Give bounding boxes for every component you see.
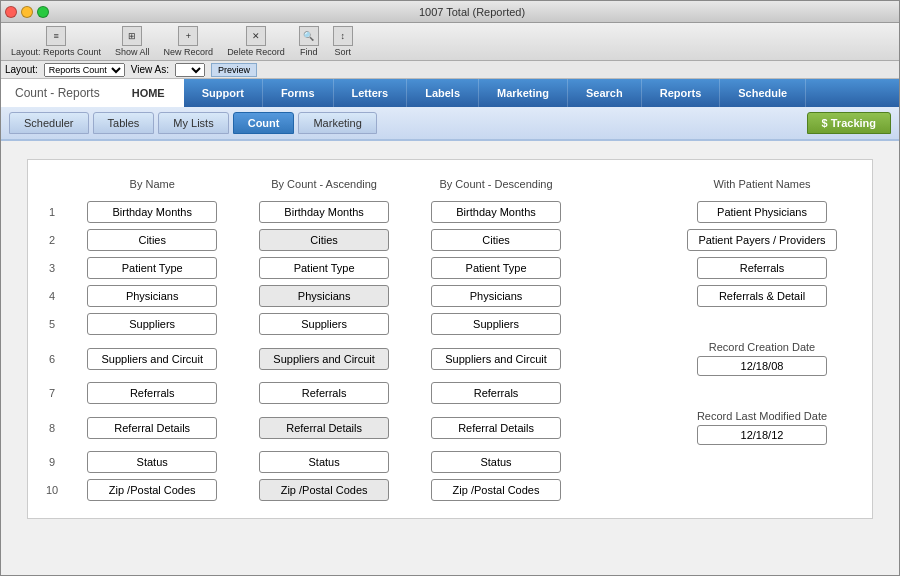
subtab-tables[interactable]: Tables	[93, 112, 155, 134]
cell-right: Record Last Modified Date12/18/12	[662, 407, 862, 448]
table-row: 2CitiesCitiesCitiesPatient Payers / Prov…	[38, 226, 862, 254]
cell-by-name: Status	[66, 448, 238, 476]
tab-reports[interactable]: Reports	[642, 79, 721, 107]
table-row: 1Birthday MonthsBirthday MonthsBirthday …	[38, 198, 862, 226]
spacer-col	[582, 448, 662, 476]
sort-btn[interactable]: ↕ Sort	[329, 24, 357, 59]
btn-by-name[interactable]: Cities	[87, 229, 217, 251]
btn-by-desc[interactable]: Birthday Months	[431, 201, 561, 223]
tab-forms[interactable]: Forms	[263, 79, 334, 107]
cell-by-name: Referrals	[66, 379, 238, 407]
btn-by-asc[interactable]: Physicians	[259, 285, 389, 307]
toolbar: ≡ Layout: Reports Count ⊞ Show All + New…	[1, 23, 899, 61]
btn-by-name[interactable]: Suppliers	[87, 313, 217, 335]
cell-by-asc: Zip /Postal Codes	[238, 476, 410, 504]
btn-referrals-detail[interactable]: Referrals & Detail	[697, 285, 827, 307]
cell-by-desc: Zip /Postal Codes	[410, 476, 582, 504]
close-btn[interactable]	[5, 6, 17, 18]
table-row: 5SuppliersSuppliersSuppliers	[38, 310, 862, 338]
minimize-btn[interactable]	[21, 6, 33, 18]
btn-by-desc[interactable]: Referral Details	[431, 417, 561, 439]
tab-schedule[interactable]: Schedule	[720, 79, 806, 107]
btn-referrals[interactable]: Referrals	[697, 257, 827, 279]
subtab-marketing[interactable]: Marketing	[298, 112, 376, 134]
btn-by-desc[interactable]: Suppliers and Circuit	[431, 348, 561, 370]
cell-by-asc: Suppliers	[238, 310, 410, 338]
btn-by-asc[interactable]: Status	[259, 451, 389, 473]
btn-by-desc[interactable]: Zip /Postal Codes	[431, 479, 561, 501]
btn-by-asc[interactable]: Suppliers and Circuit	[259, 348, 389, 370]
row-number: 10	[38, 476, 66, 504]
view-as-select[interactable]	[175, 63, 205, 77]
btn-by-name[interactable]: Referral Details	[87, 417, 217, 439]
cell-by-desc: Status	[410, 448, 582, 476]
tab-labels[interactable]: Labels	[407, 79, 479, 107]
btn-by-desc[interactable]: Physicians	[431, 285, 561, 307]
spacer-col	[582, 476, 662, 504]
tracking-btn[interactable]: $ Tracking	[807, 112, 891, 134]
btn-by-name[interactable]: Suppliers and Circuit	[87, 348, 217, 370]
subtab-mylists[interactable]: My Lists	[158, 112, 228, 134]
btn-by-asc[interactable]: Zip /Postal Codes	[259, 479, 389, 501]
cell-right	[662, 310, 862, 338]
table-row: 8Referral DetailsReferral DetailsReferra…	[38, 407, 862, 448]
find-icon: 🔍	[299, 26, 319, 46]
subtab-scheduler[interactable]: Scheduler	[9, 112, 89, 134]
table-row: 6Suppliers and CircuitSuppliers and Circ…	[38, 338, 862, 379]
tab-marketing[interactable]: Marketing	[479, 79, 568, 107]
btn-patient-physicians[interactable]: Patient Physicians	[697, 201, 827, 223]
btn-by-name[interactable]: Patient Type	[87, 257, 217, 279]
btn-by-asc[interactable]: Referral Details	[259, 417, 389, 439]
delete-record-btn[interactable]: ✕ Delete Record	[223, 24, 289, 59]
preview-btn[interactable]: Preview	[211, 63, 257, 77]
record-modified-section: Record Last Modified Date12/18/12	[670, 410, 854, 445]
layout-label: Layout:	[5, 64, 38, 75]
show-all-label: Show All	[115, 47, 150, 57]
records-label: Layout: Reports Count	[11, 47, 101, 57]
subtab-count[interactable]: Count	[233, 112, 295, 134]
view-bar: Layout: Reports Count View As: Preview	[1, 61, 899, 79]
btn-by-asc[interactable]: Birthday Months	[259, 201, 389, 223]
maximize-btn[interactable]	[37, 6, 49, 18]
tab-search[interactable]: Search	[568, 79, 642, 107]
btn-by-asc[interactable]: Cities	[259, 229, 389, 251]
btn-by-desc[interactable]: Suppliers	[431, 313, 561, 335]
cell-by-asc: Physicians	[238, 282, 410, 310]
layout-select[interactable]: Reports Count	[44, 63, 125, 77]
btn-by-name[interactable]: Physicians	[87, 285, 217, 307]
btn-by-desc[interactable]: Cities	[431, 229, 561, 251]
btn-by-name[interactable]: Zip /Postal Codes	[87, 479, 217, 501]
btn-by-asc[interactable]: Suppliers	[259, 313, 389, 335]
btn-by-desc[interactable]: Patient Type	[431, 257, 561, 279]
btn-by-asc[interactable]: Patient Type	[259, 257, 389, 279]
btn-patient-payers[interactable]: Patient Payers / Providers	[687, 229, 836, 251]
btn-by-name[interactable]: Status	[87, 451, 217, 473]
btn-by-desc[interactable]: Referrals	[431, 382, 561, 404]
cell-by-name: Suppliers and Circuit	[66, 338, 238, 379]
find-btn[interactable]: 🔍 Find	[295, 24, 323, 59]
new-record-btn[interactable]: + New Record	[160, 24, 218, 59]
row-number: 6	[38, 338, 66, 379]
table-row: 3Patient TypePatient TypePatient TypeRef…	[38, 254, 862, 282]
show-all-btn[interactable]: ⊞ Show All	[111, 24, 154, 59]
btn-by-name[interactable]: Birthday Months	[87, 201, 217, 223]
cell-by-asc: Referrals	[238, 379, 410, 407]
cell-right	[662, 448, 862, 476]
btn-by-name[interactable]: Referrals	[87, 382, 217, 404]
table-row: 7ReferralsReferralsReferrals	[38, 379, 862, 407]
records-btn[interactable]: ≡ Layout: Reports Count	[7, 24, 105, 59]
btn-by-asc[interactable]: Referrals	[259, 382, 389, 404]
tab-support[interactable]: Support	[184, 79, 263, 107]
row-number: 5	[38, 310, 66, 338]
tab-home[interactable]: HOME	[114, 79, 184, 107]
title-bar-text: 1007 Total (Reported)	[49, 6, 895, 18]
cell-right: Record Creation Date12/18/08	[662, 338, 862, 379]
sort-icon: ↕	[333, 26, 353, 46]
sub-tabs-bar: Scheduler Tables My Lists Count Marketin…	[1, 107, 899, 141]
tab-letters[interactable]: Letters	[334, 79, 408, 107]
cell-by-desc: Patient Type	[410, 254, 582, 282]
btn-by-desc[interactable]: Status	[431, 451, 561, 473]
row-number: 4	[38, 282, 66, 310]
cell-right	[662, 379, 862, 407]
cell-by-desc: Cities	[410, 226, 582, 254]
